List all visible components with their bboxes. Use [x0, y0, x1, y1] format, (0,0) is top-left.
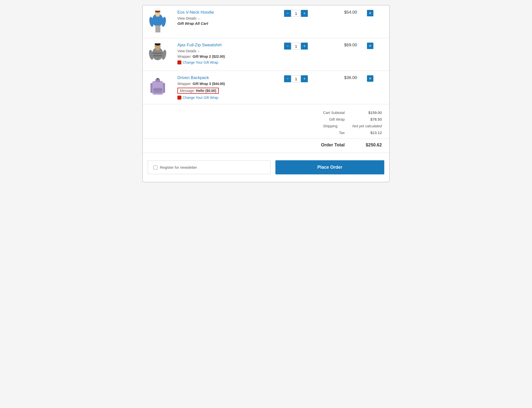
qty-input[interactable]: [291, 10, 300, 17]
svg-rect-6: [155, 26, 158, 32]
remove-cell: ✕: [362, 5, 389, 38]
shipping-line: Shipping Not yet calculated: [143, 123, 382, 129]
product-image-cell: [143, 71, 172, 104]
summary-row: Cart Subtotal $159.00 Gift Wrap $78.50 S…: [143, 104, 389, 153]
product-price: $36.00: [344, 75, 357, 80]
qty-decrease-button[interactable]: −: [284, 75, 291, 82]
product-name[interactable]: Driven Backpack: [177, 75, 209, 80]
order-total-label: Order Total: [313, 142, 345, 148]
message-container: Message: Hello ($0.00): [177, 87, 263, 94]
newsletter-checkbox[interactable]: [153, 165, 157, 169]
price-cell: $54.00: [324, 5, 362, 38]
view-details-label: View Details: [177, 49, 196, 53]
tax-label: Tax: [313, 131, 345, 135]
product-info-cell: Ajax Full-Zip Sweatshirt View Details ⌄ …: [172, 38, 268, 71]
remove-cell: ✕: [362, 71, 389, 104]
wrapper-prefix: Wrapper:: [177, 82, 193, 86]
summary-cell: Cart Subtotal $159.00 Gift Wrap $78.50 S…: [143, 104, 389, 153]
svg-rect-7: [158, 26, 160, 32]
product-image: [148, 43, 168, 66]
wrapper-value: Gift Wrap 2 ($22.00): [193, 54, 225, 58]
tax-line: Tax $13.12: [143, 129, 382, 136]
product-price: $69.00: [344, 43, 357, 47]
change-gift-wrap-label: Change Your Gift Wrap: [183, 60, 218, 64]
product-image-cell: [143, 38, 172, 71]
qty-controls: − +: [273, 10, 319, 17]
svg-rect-10: [152, 55, 163, 56]
qty-increase-button[interactable]: +: [301, 10, 308, 17]
gift-wrap-label: Gift Wrap: [313, 117, 345, 121]
quantity-cell: − +: [268, 5, 324, 38]
gift-icon: [177, 60, 181, 64]
bottom-section: Register for newsletter Place Order: [143, 153, 389, 182]
cart-row: Eos V-Neck Hoodie View Details ⌄ Gift Wr…: [143, 5, 389, 38]
svg-rect-22: [163, 83, 165, 93]
chevron-down-icon: ⌄: [197, 49, 200, 53]
cart-container: Eos V-Neck Hoodie View Details ⌄ Gift Wr…: [142, 5, 390, 182]
product-name[interactable]: Eos V-Neck Hoodie: [177, 10, 214, 15]
wrapper-prefix: Wrapper:: [177, 54, 193, 58]
subtotal-value: $159.00: [360, 110, 382, 115]
product-info-cell: Eos V-Neck Hoodie View Details ⌄ Gift Wr…: [172, 5, 268, 38]
shipping-label: Shipping: [305, 124, 338, 128]
qty-controls: − +: [273, 75, 319, 82]
gift-wrap-all-link[interactable]: Gift Wrap All Cart: [177, 21, 263, 26]
quantity-cell: − +: [268, 71, 324, 104]
remove-button[interactable]: ✕: [367, 43, 373, 49]
remove-button[interactable]: ✕: [367, 75, 373, 82]
change-gift-wrap-label: Change Your Gift Wrap: [183, 96, 218, 100]
price-cell: $69.00: [324, 38, 362, 71]
message-prefix: Message:: [180, 89, 196, 93]
tax-value: $13.12: [360, 131, 382, 135]
cart-table: Eos V-Neck Hoodie View Details ⌄ Gift Wr…: [143, 5, 389, 153]
price-cell: $36.00: [324, 71, 362, 104]
message-value: Hello ($0.00): [196, 89, 216, 93]
product-image: [148, 75, 168, 99]
order-total-line: Order Total $250.62: [143, 142, 382, 148]
svg-rect-21: [150, 83, 152, 93]
gift-icon: [177, 96, 181, 100]
wrapper-info: Wrapper: Gift Wrap 2 ($22.00): [177, 54, 263, 58]
quantity-cell: − +: [268, 38, 324, 71]
product-info-cell: Driven Backpack Wrapper: Gift Wrap 3 ($4…: [172, 71, 268, 104]
subtotal-line: Cart Subtotal $159.00: [143, 109, 382, 116]
order-total-row: Order Total $250.62: [143, 138, 389, 153]
message-info: Message: Hello ($0.00): [177, 88, 219, 94]
wrapper-info: Wrapper: Gift Wrap 3 ($44.00): [177, 82, 263, 86]
qty-controls: − +: [273, 43, 319, 50]
shipping-value: Not yet calculated: [352, 124, 382, 128]
view-details-label: View Details: [177, 16, 196, 20]
qty-decrease-button[interactable]: −: [284, 43, 291, 50]
wrapper-value: Gift Wrap 3 ($44.00): [193, 82, 225, 86]
qty-input[interactable]: [291, 75, 300, 82]
newsletter-label: Register for newsletter: [160, 165, 197, 169]
remove-cell: ✕: [362, 38, 389, 71]
view-details-link[interactable]: View Details ⌄: [177, 16, 263, 20]
place-order-button[interactable]: Place Order: [275, 160, 384, 174]
change-gift-wrap-link[interactable]: Change Your Gift Wrap: [177, 60, 263, 64]
qty-decrease-button[interactable]: −: [284, 10, 291, 17]
subtotal-label: Cart Subtotal: [313, 110, 345, 115]
cart-row: Ajax Full-Zip Sweatshirt View Details ⌄ …: [143, 38, 389, 71]
svg-rect-20: [156, 78, 159, 80]
summary-lines: Cart Subtotal $159.00 Gift Wrap $78.50 S…: [143, 104, 389, 136]
product-price: $54.00: [344, 10, 357, 15]
product-image-cell: [143, 5, 172, 38]
order-total-value: $250.62: [360, 142, 382, 148]
svg-rect-18: [153, 88, 162, 93]
newsletter-box: Register for newsletter: [148, 161, 270, 174]
cart-row: Driven Backpack Wrapper: Gift Wrap 3 ($4…: [143, 71, 389, 104]
svg-rect-9: [152, 53, 163, 54]
gift-wrap-value: $78.50: [360, 117, 382, 121]
remove-button[interactable]: ✕: [367, 10, 373, 16]
chevron-down-icon: ⌄: [197, 17, 200, 20]
view-details-link[interactable]: View Details ⌄: [177, 49, 263, 53]
qty-increase-button[interactable]: +: [301, 43, 308, 50]
gift-wrap-line: Gift Wrap $78.50: [143, 116, 382, 123]
qty-input[interactable]: [291, 43, 300, 50]
change-gift-wrap-link[interactable]: Change Your Gift Wrap: [177, 96, 263, 100]
product-image: [148, 10, 168, 33]
product-name[interactable]: Ajax Full-Zip Sweatshirt: [177, 43, 222, 47]
qty-increase-button[interactable]: +: [301, 75, 308, 82]
